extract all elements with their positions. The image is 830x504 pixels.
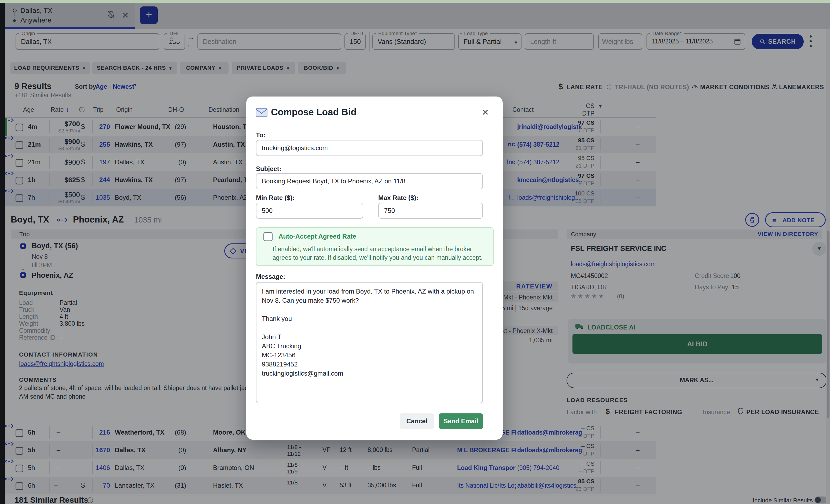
top-banner-strip (0, 0, 830, 3)
modal-title: Compose Load Bid (271, 107, 356, 117)
to-label: To: (256, 131, 265, 139)
email-icon (255, 108, 268, 119)
cancel-button[interactable]: Cancel (400, 413, 434, 429)
compose-load-bid-modal: Compose Load Bid ✕ To: Subject: Min Rate… (246, 97, 503, 440)
min-rate-label: Min Rate ($): (256, 194, 294, 202)
message-label: Message: (256, 273, 285, 280)
auto-accept-title: Auto-Accept Agreed Rate (279, 233, 356, 240)
close-icon[interactable]: ✕ (482, 107, 489, 117)
auto-accept-desc1: If enabled, we'll automatically send an … (273, 245, 472, 253)
max-rate-label: Max Rate ($): (378, 194, 418, 202)
message-textarea[interactable]: I am interested in your load from Boyd, … (256, 282, 483, 403)
app-root: Dallas, TX Anywhere ✕ + Origin DH-O → ← … (0, 0, 830, 504)
send-email-button[interactable]: Send Email (439, 413, 483, 429)
subject-input[interactable] (256, 173, 483, 189)
subject-label: Subject: (256, 165, 281, 173)
min-rate-input[interactable] (256, 203, 363, 219)
auto-accept-desc2: agrees to your rate. If disabled, we'll … (273, 254, 483, 261)
max-rate-input[interactable] (378, 203, 483, 219)
auto-accept-panel: Auto-Accept Agreed Rate If enabled, we'l… (256, 227, 493, 266)
to-input[interactable] (256, 140, 483, 156)
auto-accept-checkbox[interactable] (263, 232, 273, 241)
